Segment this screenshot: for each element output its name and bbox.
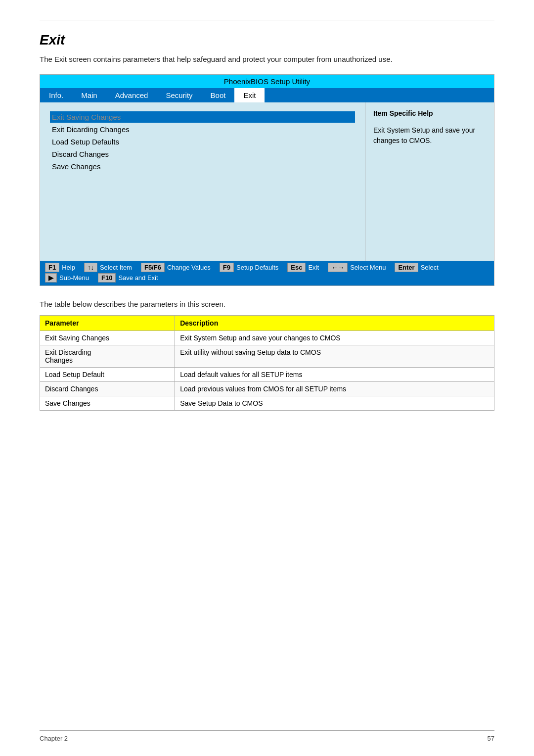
bios-help-title: Item Specific Help xyxy=(373,109,486,117)
table-row: Save ChangesSave Setup Data to CMOS xyxy=(40,396,494,411)
top-rule xyxy=(40,20,494,20)
status-key: F9 xyxy=(220,263,234,272)
status-key: ←→ xyxy=(328,263,348,272)
status-item: F10Save and Exit xyxy=(98,273,158,283)
bios-left-panel: Exit Saving ChangesExit Dicarding Change… xyxy=(40,102,365,261)
page-title: Exit xyxy=(40,32,494,48)
status-label: Setup Defaults xyxy=(236,264,278,271)
table-cell-desc: Load default values for all SETUP items xyxy=(175,368,494,382)
bios-menu-item-main[interactable]: Main xyxy=(72,88,106,102)
table-header-desc: Description xyxy=(175,316,494,331)
bios-menu-list-item[interactable]: Discard Changes xyxy=(50,148,355,160)
bios-menu-list: Exit Saving ChangesExit Dicarding Change… xyxy=(50,111,355,172)
bottom-footer: Chapter 2 57 xyxy=(40,730,494,742)
status-item: F5/F6Change Values xyxy=(141,263,211,272)
bios-menu-item-info[interactable]: Info. xyxy=(40,88,72,102)
bios-status-bar: F1Help↑↓Select ItemF5/F6Change ValuesF9S… xyxy=(40,261,494,285)
status-item: ←→Select Menu xyxy=(328,263,386,272)
footer-chapter: Chapter 2 xyxy=(40,735,68,742)
status-key: Enter xyxy=(395,263,418,272)
bios-content-area: Exit Saving ChangesExit Dicarding Change… xyxy=(40,102,494,261)
status-item: F1Help xyxy=(45,263,75,272)
bios-title-bar: PhoenixBIOS Setup Utility xyxy=(40,75,494,88)
status-item: EscExit xyxy=(287,263,319,272)
table-cell-param: Exit Saving Changes xyxy=(40,331,175,345)
status-key: F1 xyxy=(45,263,59,272)
table-cell-param: Discard Changes xyxy=(40,382,175,396)
status-label: Help xyxy=(62,264,75,271)
status-item: ↑↓Select Item xyxy=(84,263,132,272)
bios-menu-bar: Info.MainAdvancedSecurityBootExit xyxy=(40,88,494,102)
table-row: Load Setup DefaultLoad default values fo… xyxy=(40,368,494,382)
status-label: Change Values xyxy=(167,264,211,271)
table-cell-param: Save Changes xyxy=(40,396,175,411)
param-table: Parameter Description Exit Saving Change… xyxy=(40,315,494,411)
table-cell-param: Exit Discarding Changes xyxy=(40,345,175,368)
status-label: Select Item xyxy=(100,264,132,271)
intro-text: The Exit screen contains parameters that… xyxy=(40,55,494,63)
status-item: EnterSelect xyxy=(395,263,438,272)
bios-menu-list-item[interactable]: Exit Dicarding Changes xyxy=(50,124,355,135)
status-key: F5/F6 xyxy=(141,263,165,272)
status-item: ▶Sub-Menu xyxy=(45,273,89,283)
table-cell-desc: Load previous values from CMOS for all S… xyxy=(175,382,494,396)
table-row: Exit Saving ChangesExit System Setup and… xyxy=(40,331,494,345)
table-cell-desc: Exit utility without saving Setup data t… xyxy=(175,345,494,368)
status-item: F9Setup Defaults xyxy=(220,263,278,272)
page-container: Exit The Exit screen contains parameters… xyxy=(0,0,534,756)
bios-menu-item-exit[interactable]: Exit xyxy=(234,88,265,102)
status-label: Save and Exit xyxy=(118,274,158,282)
table-cell-desc: Save Setup Data to CMOS xyxy=(175,396,494,411)
bios-help-text: Exit System Setup and save your changes … xyxy=(373,125,486,146)
bios-menu-list-item[interactable]: Exit Saving Changes xyxy=(50,111,355,123)
status-label: Select xyxy=(421,264,439,271)
status-key: ↑↓ xyxy=(84,263,97,272)
table-cell-param: Load Setup Default xyxy=(40,368,175,382)
status-key: ▶ xyxy=(45,273,57,283)
bios-menu-item-security[interactable]: Security xyxy=(157,88,201,102)
status-label: Exit xyxy=(308,264,319,271)
status-label: Sub-Menu xyxy=(59,274,89,282)
footer-page: 57 xyxy=(488,735,494,742)
bios-menu-item-boot[interactable]: Boot xyxy=(202,88,235,102)
status-key: F10 xyxy=(98,273,116,283)
bios-menu-item-advanced[interactable]: Advanced xyxy=(106,88,157,102)
table-cell-desc: Exit System Setup and save your changes … xyxy=(175,331,494,345)
bios-right-panel: Item Specific Help Exit System Setup and… xyxy=(365,102,494,261)
below-text: The table below describes the parameters… xyxy=(40,300,494,308)
status-label: Select Menu xyxy=(350,264,386,271)
bios-menu-list-item[interactable]: Load Setup Defaults xyxy=(50,136,355,147)
table-body: Exit Saving ChangesExit System Setup and… xyxy=(40,331,494,411)
table-header-param: Parameter xyxy=(40,316,175,331)
bios-box: PhoenixBIOS Setup Utility Info.MainAdvan… xyxy=(40,74,494,286)
status-key: Esc xyxy=(287,263,306,272)
table-row: Discard ChangesLoad previous values from… xyxy=(40,382,494,396)
bios-menu-list-item[interactable]: Save Changes xyxy=(50,161,355,172)
table-row: Exit Discarding ChangesExit utility with… xyxy=(40,345,494,368)
